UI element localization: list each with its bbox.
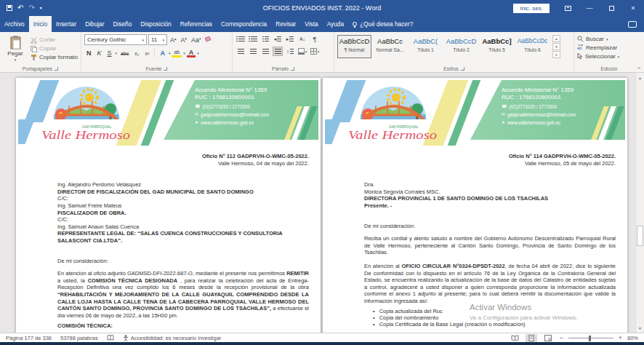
format-painter-button[interactable]: Copiar formato: [31, 54, 78, 61]
align-left-button[interactable]: [236, 47, 246, 56]
copy-button[interactable]: Copiar: [31, 45, 78, 52]
cut-button[interactable]: Cortar: [31, 36, 78, 44]
bullets-button[interactable]: [236, 34, 246, 44]
tab-inicio[interactable]: Inicio: [29, 16, 52, 32]
style-titulo-5[interactable]: AaBbCc] Título 5: [480, 35, 514, 58]
italic-button[interactable]: K: [95, 49, 104, 57]
sort-button[interactable]: A↓: [297, 34, 307, 44]
subscript-button[interactable]: x₂: [132, 51, 141, 56]
style-titulo-1[interactable]: AaBbC( Título 1: [408, 35, 443, 58]
scroll-up-arrow[interactable]: ▲: [636, 74, 644, 82]
change-case-button[interactable]: Aa▾: [190, 36, 203, 44]
tab-archivo[interactable]: Archivo: [0, 16, 29, 32]
paragraph-dialog-launcher[interactable]: [291, 67, 294, 71]
style-normal-sa[interactable]: AaBbCc Normal Sa...: [373, 35, 407, 58]
justify-button[interactable]: [273, 47, 283, 56]
word-count[interactable]: 53788 palabras: [60, 335, 98, 341]
styles-scroll-down[interactable]: ▾: [552, 43, 560, 50]
tab-ayuda[interactable]: Ayuda: [323, 16, 348, 32]
styles-scroll-up[interactable]: ▴: [552, 35, 560, 42]
shrink-font-button[interactable]: A▾: [180, 36, 189, 44]
style-titulo-6[interactable]: AaBbCcDc Título 6: [515, 35, 550, 58]
list-item: •Copia del nombramiento: [364, 314, 616, 321]
numbering-button[interactable]: [248, 34, 258, 44]
font-size-combo[interactable]: 11▾: [148, 34, 167, 45]
tab-diseno[interactable]: Diseño: [108, 16, 136, 32]
save-icon[interactable]: [7, 5, 12, 11]
tab-referencias[interactable]: Referencias: [176, 16, 217, 32]
styles-gallery-more[interactable]: ≡: [552, 51, 560, 58]
email-icon: ✉: [195, 112, 198, 117]
tab-dibujar[interactable]: Dibujar: [81, 16, 108, 32]
tab-insertar[interactable]: Insertar: [52, 16, 81, 32]
replace-icon: ab: [577, 44, 584, 51]
tab-correspondencia[interactable]: Correspondencia: [217, 16, 271, 32]
zoom-slider-thumb[interactable]: [589, 336, 591, 341]
zoom-in-button[interactable]: +: [619, 335, 622, 341]
print-layout-button[interactable]: [526, 334, 537, 342]
comments-icon[interactable]: [628, 21, 637, 28]
font-dialog-launcher[interactable]: [164, 67, 167, 71]
superscript-button[interactable]: x²: [143, 51, 152, 56]
borders-button[interactable]: ▾: [310, 47, 320, 56]
ribbon-display-options-button[interactable]: [557, 0, 579, 16]
find-button[interactable]: Buscar▾: [577, 36, 641, 42]
web-layout-button[interactable]: [542, 334, 554, 342]
zoom-out-button[interactable]: −: [559, 335, 563, 341]
sign-in-button[interactable]: Inic. ses.: [513, 4, 550, 13]
tab-revisar[interactable]: Revisar: [271, 16, 300, 32]
text-effects-button[interactable]: A: [158, 49, 167, 57]
align-right-button[interactable]: [260, 47, 270, 56]
proofing-status[interactable]: [107, 335, 114, 341]
restore-button[interactable]: [600, 0, 622, 16]
tab-vista[interactable]: Vista: [300, 16, 322, 32]
style-titulo-2[interactable]: AaBbCcD Título 2: [444, 35, 478, 58]
show-paragraph-marks-button[interactable]: ¶: [310, 34, 320, 44]
oficio-date: Valle Hermoso, 04 de mayo del 2022.: [57, 160, 309, 167]
replace-button[interactable]: ab Reemplazar: [577, 44, 641, 51]
align-center-button[interactable]: [248, 47, 258, 56]
highlight-dropdown[interactable]: ▾: [183, 51, 185, 55]
zoom-slider[interactable]: [568, 335, 613, 341]
shading-button[interactable]: ▾: [297, 47, 307, 56]
underline-button[interactable]: S: [105, 49, 114, 57]
close-button[interactable]: ×: [622, 0, 644, 16]
letterhead: GAD PARROQUIAL Valle Hermoso Acuerdo Min…: [325, 80, 625, 146]
collapse-ribbon-button[interactable]: ^: [637, 66, 640, 72]
grow-font-button[interactable]: A▴: [169, 36, 178, 44]
multilevel-list-button[interactable]: [260, 34, 270, 44]
font-color-button[interactable]: A: [187, 49, 196, 58]
clipboard-dialog-launcher[interactable]: [55, 67, 58, 71]
decrease-indent-button[interactable]: ◂: [273, 34, 283, 44]
read-mode-button[interactable]: [509, 334, 520, 342]
clear-formatting-icon[interactable]: [204, 36, 212, 43]
bold-button[interactable]: N: [84, 49, 94, 57]
vertical-scrollbar[interactable]: ▲ ▼: [635, 73, 644, 333]
font-color-dropdown[interactable]: ▾: [197, 51, 199, 55]
strikethrough-button[interactable]: abc: [118, 51, 131, 56]
page-indicator[interactable]: Página 177 de 336: [6, 335, 52, 341]
style-normal[interactable]: AaBbCcD ¶ Normal: [337, 35, 371, 58]
scrollbar-thumb[interactable]: [637, 226, 643, 246]
select-button[interactable]: Seleccionar▾: [577, 53, 641, 60]
accessibility-status[interactable]: Accesibilidad: es necesario investigar: [123, 335, 222, 341]
font-family-combo[interactable]: Century Gothic▾: [84, 34, 147, 45]
tell-me-search[interactable]: ¿Qué desea hacer?: [348, 16, 417, 32]
minimize-button[interactable]: —: [579, 0, 600, 16]
increase-indent-button[interactable]: ▸: [285, 34, 295, 44]
text-effects-dropdown[interactable]: ▾: [169, 51, 171, 55]
redo-icon[interactable]: ↷: [28, 4, 34, 12]
highlight-button[interactable]: ab: [172, 49, 182, 58]
qat-customize-icon[interactable]: ▾: [40, 4, 42, 12]
undo-icon[interactable]: ↶: [17, 4, 23, 12]
paste-button[interactable]: Pegar ▾: [3, 34, 28, 63]
scroll-down-arrow[interactable]: ▼: [636, 324, 644, 332]
zoom-level[interactable]: 80%: [627, 335, 638, 341]
recipient-block: Ing. Alejandro Perdomo VelásquezDIRECTOR…: [57, 181, 309, 244]
tab-disposicion[interactable]: Disposición: [136, 16, 175, 32]
format-painter-icon: [31, 55, 37, 61]
clipboard-icon: [10, 36, 21, 49]
line-spacing-button[interactable]: ↕: [285, 47, 295, 56]
styles-dialog-launcher[interactable]: [461, 67, 464, 71]
underline-dropdown[interactable]: ▾: [116, 51, 118, 55]
